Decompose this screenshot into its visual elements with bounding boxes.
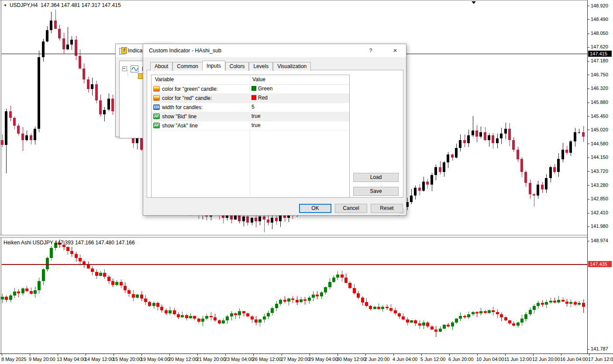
- color-swatch: [251, 95, 256, 100]
- time-tick: [197, 354, 198, 356]
- indicator-title: Heiken Ashi USDJPY 147.393 147.166 147.4…: [3, 240, 135, 246]
- pane-splitter[interactable]: [0, 235, 613, 238]
- tab-levels[interactable]: Levels: [249, 62, 273, 71]
- price-axis-label: 147.180: [591, 58, 608, 64]
- load-button[interactable]: Load: [353, 173, 399, 182]
- time-axis-label: 19 May 04:00: [141, 357, 170, 362]
- value-cell[interactable]: 5: [251, 104, 255, 111]
- time-axis-label: 17 Jun 12:00: [588, 357, 613, 362]
- indicator-price-tag: 147.435: [588, 261, 612, 267]
- custom-indicator-dialog[interactable]: Custom Indicator - HAshi_sub ? ✕ AboutCo…: [143, 44, 406, 216]
- price-tick: [588, 89, 589, 89]
- price-tick: [588, 61, 589, 62]
- time-axis-label: 13 May 04:00: [57, 357, 86, 362]
- price-axis-label: 146.320: [591, 86, 608, 91]
- price-tick: [588, 103, 589, 103]
- price-tick: [588, 47, 589, 48]
- price-tick: [588, 158, 589, 158]
- tree-connector: [127, 70, 128, 76]
- price-tick: [588, 19, 589, 20]
- time-axis-label: 2 Jun 20:00: [365, 357, 390, 362]
- dialog-titlebar[interactable]: Custom Indicator - HAshi_sub ? ✕: [143, 44, 406, 57]
- time-axis-label: 5 Jun 12:00: [420, 357, 446, 362]
- close-button[interactable]: ✕: [391, 47, 399, 55]
- value-cell[interactable]: Red: [251, 95, 268, 102]
- price-axis-label: 148.050: [591, 31, 608, 36]
- cancel-button[interactable]: Cancel: [335, 204, 367, 213]
- variable-column-header: Variable: [155, 76, 174, 82]
- time-axis-label: 14 May 12:00: [85, 357, 114, 362]
- time-tick: [30, 354, 30, 356]
- value-text: Red: [258, 95, 268, 101]
- input-row[interactable]: show "Bid" linetrue: [152, 112, 349, 121]
- time-tick: [393, 354, 394, 356]
- time-axis-label: 16 Jun 04:00: [560, 357, 588, 362]
- price-axis-label: 141.980: [591, 223, 608, 229]
- value-column-header: Value: [252, 76, 265, 82]
- price-tick: [588, 171, 589, 172]
- price-axis-label: 146.750: [591, 72, 608, 78]
- tab-common[interactable]: Common: [172, 62, 203, 71]
- price-axis[interactable]: 147.415 147.435 148.920148.490148.050147…: [588, 0, 613, 354]
- price-axis-label: 148.974: [591, 238, 608, 244]
- save-button[interactable]: Save: [353, 187, 399, 196]
- time-axis-label: 15 May 20:00: [113, 357, 142, 362]
- indicator-subwindow-pane[interactable]: Heiken Ashi USDJPY 147.393 147.166 147.4…: [0, 238, 587, 354]
- time-axis-label: 8 May 2025: [1, 357, 26, 362]
- tab-about[interactable]: About: [150, 62, 172, 71]
- time-tick: [141, 354, 142, 356]
- price-axis-label: 144.150: [591, 155, 608, 160]
- color-property-icon: [153, 95, 160, 101]
- price-tick: [588, 130, 589, 130]
- price-axis-label: 142.410: [591, 210, 608, 216]
- time-tick: [505, 354, 506, 356]
- time-tick: [253, 354, 254, 356]
- tree-collapse-icon[interactable]: [122, 66, 127, 71]
- tab-inputs[interactable]: Inputs: [202, 61, 225, 71]
- time-axis-label: 10 Jun 04:00: [476, 357, 504, 362]
- tab-visualization[interactable]: Visualization: [273, 62, 311, 71]
- mt5-chart-window: ▼USDJPY,H4 147.364 147.481 147.317 147.4…: [0, 0, 613, 364]
- input-row[interactable]: 123width for candles:5: [152, 103, 349, 112]
- time-axis-label: 20 May 12:00: [169, 357, 198, 362]
- price-tick: [588, 199, 589, 199]
- input-row[interactable]: color for "red" candle:Red: [152, 94, 349, 103]
- price-tick: [588, 144, 589, 144]
- price-tick: [588, 116, 589, 117]
- time-axis[interactable]: 8 May 20259 May 20:0013 May 04:0014 May …: [0, 354, 613, 364]
- time-tick: [2, 354, 2, 356]
- time-axis-label: 21 May 20:00: [196, 357, 226, 362]
- inputs-table[interactable]: Variable Value color for "green" candle:…: [151, 75, 350, 198]
- ok-button[interactable]: OK: [299, 204, 331, 213]
- indicator-price-line: [2, 264, 587, 265]
- color-property-icon: [153, 86, 160, 92]
- price-tick: [588, 349, 589, 350]
- time-tick: [225, 354, 226, 356]
- value-cell[interactable]: true: [251, 113, 261, 120]
- number-property-icon: 123: [153, 104, 160, 110]
- bid-price-tag: 147.415: [588, 51, 612, 57]
- reset-button[interactable]: Reset: [371, 204, 403, 213]
- value-cell[interactable]: true: [251, 122, 261, 129]
- time-tick: [589, 354, 589, 356]
- symbol-dropdown-icon[interactable]: ▼: [3, 3, 7, 7]
- tab-colors[interactable]: Colors: [225, 62, 249, 71]
- price-axis-label: 141.787: [591, 346, 608, 352]
- variable-label: show "Ask" line: [162, 123, 198, 129]
- time-axis-label: 23 May 04:00: [224, 357, 254, 362]
- price-axis-label: 145.880: [591, 100, 608, 105]
- input-row[interactable]: show "Ask" linetrue: [152, 121, 349, 130]
- input-row[interactable]: color for "green" candle:Green: [152, 85, 349, 94]
- time-tick: [421, 354, 422, 356]
- time-axis-label: 12 Jun 20:00: [532, 357, 560, 362]
- time-tick: [337, 354, 338, 356]
- time-axis-label: 6 Jun 20:00: [448, 357, 474, 362]
- tree-root-item[interactable]: I: [122, 65, 143, 72]
- value-cell[interactable]: Green: [251, 86, 272, 93]
- price-axis-label: 148.920: [591, 3, 608, 9]
- line-property-icon: [153, 123, 160, 128]
- price-axis-label: 148.490: [591, 17, 608, 22]
- price-axis-label: 143.720: [591, 168, 608, 174]
- value-text: 5: [251, 104, 255, 110]
- help-button[interactable]: ?: [367, 47, 375, 55]
